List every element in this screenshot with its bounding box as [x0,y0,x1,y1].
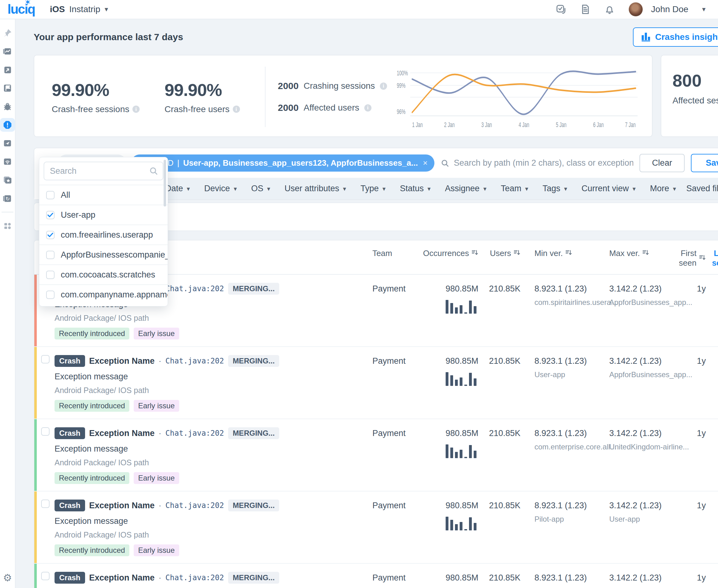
crashes-icon[interactable] [0,118,15,132]
saved-filters-menu[interactable]: Saved filters▾ [683,178,718,199]
row-checkbox[interactable] [41,500,49,508]
filter-tab-team[interactable]: Team▾ [494,178,535,199]
clear-filters-button[interactable]: Clear [639,154,685,172]
issue-title[interactable]: Exception Name [89,501,155,510]
filter-tab-user-attributes[interactable]: User attributes▾ [278,178,353,199]
main-content: Your app performance last 7 days Crashes… [16,19,718,588]
surveys-icon[interactable] [0,173,15,187]
option-checkbox[interactable] [46,191,55,199]
row-checkbox[interactable] [41,572,49,580]
sort-icon[interactable] [565,249,572,258]
docs-icon[interactable] [580,4,591,15]
session-replay-icon[interactable]: ↻ [0,191,15,205]
first-seen-cell: 1y [670,355,706,366]
realtime-icon[interactable] [0,155,15,168]
crashes-insights-button[interactable]: Crashes insights → [633,27,718,47]
notifications-bell-icon[interactable] [604,4,615,15]
flag-icon[interactable] [0,81,15,95]
issue-type-badge: Crash [55,427,85,439]
chevron-down-icon: ▾ [343,185,346,192]
max-ver-cell: 3.142.2 (1.23)AppforBusinesses_app... [595,283,670,307]
option-checkbox[interactable] [46,231,55,239]
issue-title[interactable]: Exception Name [89,356,155,366]
option-checkbox[interactable] [46,251,55,259]
apps-grid-icon[interactable] [0,219,15,233]
merging-badge: MERGING... [228,500,280,511]
column-last-seen[interactable]: Last seen [706,249,718,268]
save-filters-button[interactable]: Save [691,154,718,172]
bug-icon[interactable] [0,100,15,113]
column-first-seen[interactable]: First seen [670,249,706,268]
issue-title[interactable]: Exception Name [89,428,155,438]
issue-path: Android Package/ IOS path [55,530,279,540]
issue-cell: CrashException Name·Chat.java:202MERGING… [34,500,372,556]
sort-icon[interactable] [472,249,478,258]
issues-search [440,158,633,168]
first-seen-cell: 1y [670,500,706,510]
dropdown-option[interactable]: com.companyname.appname [39,284,168,304]
column-occurrences[interactable]: Occurrences [423,249,478,258]
user-avatar[interactable] [629,2,643,17]
dropdown-search-input[interactable] [44,162,163,180]
filter-tab-type[interactable]: Type▾ [353,178,393,199]
filter-tab-more[interactable]: More▾ [643,178,683,199]
app-switcher[interactable]: iOS Instatrip ▾ [50,4,108,14]
team-cell: Payment [372,355,419,366]
filter-tab-current-view[interactable]: Current view▾ [574,178,643,199]
sort-icon[interactable] [699,253,706,263]
min-ver-cell: 8.923.1 (1.23)com.spiritairlines.usera..… [520,283,595,307]
pin-icon[interactable] [0,26,15,40]
dropdown-option[interactable]: User-app [39,205,168,225]
issue-title[interactable]: Exception Name [89,573,155,583]
row-checkbox[interactable] [41,427,49,436]
column-max-ver[interactable]: Max ver. [595,249,670,258]
luciq-logo[interactable]: luciq✶ [7,2,37,17]
info-icon[interactable]: i [364,104,371,111]
sort-icon[interactable] [642,249,649,258]
svg-text:7 Jan: 7 Jan [625,121,636,129]
occurrences-value: 980.85M [446,573,478,583]
column-team[interactable]: Team [372,249,419,258]
row-checkbox[interactable] [41,355,49,363]
filter-tab-status[interactable]: Status▾ [393,178,438,199]
max-ver-cell: 3.142.2 (1.23)AppforBusinesses_app... [595,355,670,379]
info-icon[interactable]: i [380,83,387,90]
dropdown-option[interactable]: com.cocoacats.scratches [39,265,168,284]
dropdown-option[interactable]: AppforBusinessescompanie_app... [39,245,168,265]
table-rows: CrashException Name·Chat.java:202MERGING… [34,275,718,588]
option-checkbox[interactable] [46,211,55,219]
filter-tab-assignee[interactable]: Assignee▾ [438,178,494,199]
chevron-down-icon: ▾ [234,185,237,192]
remove-chip-icon[interactable]: × [423,158,428,168]
issue-tag: Early issue [134,472,179,484]
issue-cell: CrashException Name·Chat.java:202MERGING… [34,572,372,588]
users-cell: 210.85K [478,355,520,366]
option-checkbox[interactable] [46,271,55,279]
column-min-ver[interactable]: Min ver. [520,249,595,258]
min-ver-cell: 8.923.1 (1.23)User-app [520,355,595,379]
issue-path: Android Package/ IOS path [55,458,279,467]
dropdown-option[interactable]: All [39,185,168,205]
sort-icon[interactable] [514,249,520,258]
dropdown-option[interactable]: com.freeairlines.userapp [39,225,168,245]
filter-tab-label: Current view [581,184,629,193]
dropdown-scrollbar[interactable] [164,160,166,207]
filter-tab-tags[interactable]: Tags▾ [535,178,574,199]
option-checkbox[interactable] [46,291,55,299]
apm-icon[interactable] [0,136,15,150]
issues-search-input[interactable] [454,158,633,168]
trends-icon[interactable] [0,44,15,58]
settings-gear-icon[interactable]: ⚙ [3,572,12,584]
export-icon[interactable] [0,63,15,77]
chip-value: User-app, Businesses_app_users123, Appfo… [183,158,418,168]
filter-tab-os[interactable]: OS▾ [244,178,278,199]
info-icon[interactable]: i [233,106,240,113]
filter-tab-device[interactable]: Device▾ [197,178,244,199]
column-users[interactable]: Users [478,249,520,258]
tasks-icon[interactable] [556,4,566,15]
user-name: John Doe [651,4,689,14]
filter-chip[interactable]: Bundle ID|User-app, Businesses_app_users… [131,154,435,172]
svg-text:4 Jan: 4 Jan [518,121,529,129]
info-icon[interactable]: i [132,106,140,113]
user-menu-chevron-icon[interactable]: ▾ [702,5,705,14]
